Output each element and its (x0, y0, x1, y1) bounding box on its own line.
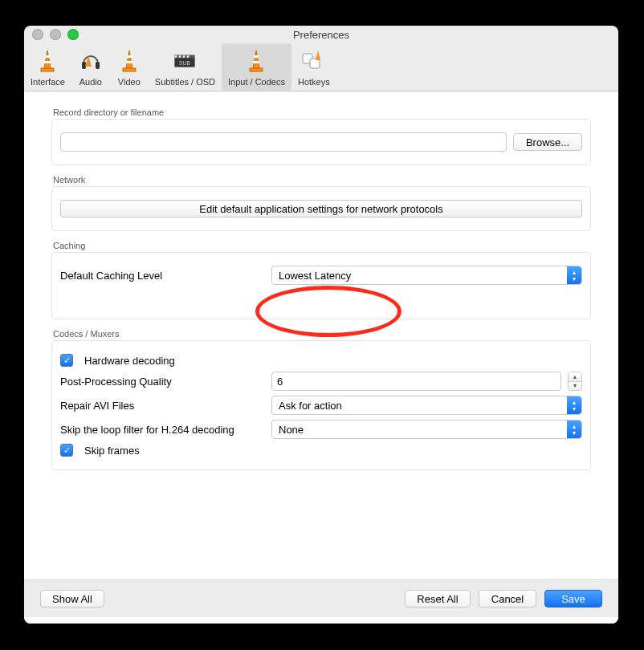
svg-rect-1 (44, 61, 51, 63)
svg-rect-2 (41, 68, 54, 71)
toolbar-item-label: Hotkeys (298, 77, 330, 87)
group-codecs: ✓ Hardware decoding Post-Processing Qual… (51, 340, 591, 470)
group-title-codecs: Codecs / Muxers (53, 329, 591, 339)
chevron-up-down-icon: ▲▼ (567, 266, 581, 284)
toolbar-item-label: Interface (31, 77, 65, 87)
headphones-icon (78, 48, 104, 74)
toolbar-item-input-codecs[interactable]: Input / Codecs (222, 43, 291, 91)
svg-rect-4 (96, 62, 100, 69)
group-caching: Default Caching Level Lowest Latency ▲▼ (51, 252, 591, 319)
skip-frames-label: Skip frames (84, 445, 140, 457)
svg-rect-16 (253, 61, 259, 63)
toolbar-item-interface[interactable]: Interface (24, 43, 71, 91)
repair-avi-value: Ask for action (279, 400, 342, 412)
cancel-button[interactable]: Cancel (479, 590, 536, 607)
preferences-toolbar: Interface Audio Video SUB Subtitles / OS… (24, 43, 618, 91)
toolbar-item-video[interactable]: Video (110, 43, 149, 91)
group-record: Browse... (51, 119, 591, 165)
chevron-up-down-icon: ▲▼ (567, 420, 581, 438)
toolbar-item-label: Input / Codecs (228, 77, 285, 87)
svg-rect-0 (45, 55, 50, 58)
window-title: Preferences (24, 29, 618, 41)
caching-level-select[interactable]: Lowest Latency ▲▼ (271, 266, 582, 285)
record-path-input[interactable] (60, 132, 507, 152)
svg-rect-6 (126, 61, 132, 63)
skip-loop-filter-label: Skip the loop filter for H.264 decoding (60, 424, 265, 436)
titlebar: Preferences (24, 26, 618, 43)
skip-frames-checkbox[interactable]: ✓ (60, 444, 73, 457)
show-all-button[interactable]: Show All (40, 590, 104, 607)
edit-network-protocols-button[interactable]: Edit default application settings for ne… (60, 200, 582, 217)
svg-rect-7 (123, 68, 136, 71)
clapperboard-icon: SUB (172, 48, 198, 74)
group-title-record: Record directory or filename (53, 108, 591, 117)
hardware-decoding-checkbox[interactable]: ✓ (60, 354, 73, 367)
repair-avi-select[interactable]: Ask for action ▲▼ (271, 396, 582, 415)
toolbar-item-label: Subtitles / OSD (155, 77, 215, 87)
cone-icon (243, 48, 269, 74)
svg-rect-5 (127, 55, 132, 58)
chevron-up-down-icon: ▲▼ (567, 396, 581, 414)
chevron-down-icon: ▼ (569, 382, 581, 391)
cone-icon (116, 48, 142, 74)
bottom-bar: Show All Reset All Cancel Save (24, 579, 618, 617)
cone-icon (35, 48, 60, 74)
keyboard-keys-icon (301, 48, 327, 74)
browse-button[interactable]: Browse... (513, 133, 582, 151)
group-title-network: Network (53, 175, 591, 185)
skip-loop-filter-select[interactable]: None ▲▼ (271, 420, 582, 439)
svg-rect-3 (82, 62, 86, 69)
chevron-up-icon: ▲ (569, 372, 581, 382)
group-title-caching: Caching (53, 241, 591, 250)
toolbar-item-audio[interactable]: Audio (71, 43, 110, 91)
svg-rect-15 (254, 55, 259, 58)
reset-all-button[interactable]: Reset All (405, 590, 471, 607)
group-network: Edit default application settings for ne… (51, 186, 591, 231)
hardware-decoding-label: Hardware decoding (84, 355, 175, 367)
toolbar-item-hotkeys[interactable]: Hotkeys (291, 43, 336, 91)
skip-loop-filter-value: None (279, 424, 304, 436)
toolbar-item-label: Audio (79, 77, 102, 87)
post-processing-quality-stepper[interactable]: ▲ ▼ (568, 372, 582, 391)
caching-level-label: Default Caching Level (60, 270, 265, 282)
preferences-window: Preferences Interface Audio Video SUB Su (24, 26, 618, 624)
svg-rect-17 (250, 68, 263, 71)
save-button[interactable]: Save (544, 590, 602, 607)
toolbar-item-label: Video (118, 77, 141, 87)
caching-level-value: Lowest Latency (279, 270, 351, 282)
repair-avi-label: Repair AVI Files (60, 400, 265, 412)
content-area: Record directory or filename Browse... N… (24, 91, 618, 624)
post-processing-quality-label: Post-Processing Quality (60, 376, 265, 388)
toolbar-item-subtitles[interactable]: SUB Subtitles / OSD (149, 43, 222, 91)
post-processing-quality-input[interactable] (271, 372, 561, 391)
svg-text:SUB: SUB (179, 60, 190, 66)
